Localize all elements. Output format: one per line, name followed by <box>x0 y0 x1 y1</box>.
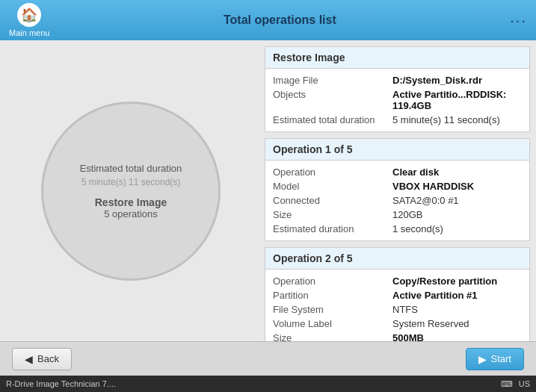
row-value: System Reserved <box>392 318 469 329</box>
row-label: Objects <box>273 89 392 111</box>
start-button[interactable]: ▶ Start <box>466 348 524 370</box>
table-row: Volume LabelSystem Reserved <box>273 317 522 331</box>
table-row: ObjectsActive Partitio...RDDISK: 119.4GB <box>273 87 522 113</box>
row-label: File System <box>273 304 392 315</box>
circle-operation-label: Restore Image <box>95 196 167 208</box>
table-row: ConnectedSATA2@0:0 #1 <box>273 193 522 208</box>
table-row: File SystemNTFS <box>273 302 522 317</box>
back-label: Back <box>37 353 59 364</box>
row-value: 120GB <box>392 209 422 220</box>
main-menu-label: Main menu <box>9 28 49 37</box>
taskbar-right: ⌨ US <box>501 379 530 389</box>
summary-circle: Estimated total duration 5 minute(s) 11 … <box>41 102 221 281</box>
left-panel: Estimated total duration 5 minute(s) 11 … <box>0 40 262 341</box>
main-menu-button[interactable]: 🏠 Main menu <box>9 3 49 37</box>
table-row: Size500MB <box>273 331 522 341</box>
taskbar-app-label: R-Drive Image Technician 7.... <box>6 379 116 388</box>
main-content: Estimated total duration 5 minute(s) 11 … <box>0 40 536 341</box>
operations-list[interactable]: Restore ImageImage FileD:/System_Disk.rd… <box>262 40 536 341</box>
row-label: Volume Label <box>273 318 392 329</box>
row-value: Copy/Restore partition <box>392 276 497 287</box>
card-header-operation-1: Operation 1 of 5 <box>265 139 529 161</box>
row-label: Size <box>273 332 392 341</box>
row-value: Active Partitio...RDDISK: 119.4GB <box>392 89 522 111</box>
row-value: 500MB <box>392 332 424 341</box>
table-row: Estimated total duration5 minute(s) 11 s… <box>273 113 522 127</box>
start-label: Start <box>491 353 511 364</box>
row-label: Estimated duration <box>273 223 392 234</box>
table-row: ModelVBOX HARDDISK <box>273 179 522 193</box>
start-icon: ▶ <box>478 353 487 365</box>
card-header-restore-image: Restore Image <box>265 47 529 69</box>
row-value: VBOX HARDDISK <box>392 181 474 192</box>
table-row: PartitionActive Partition #1 <box>273 288 522 302</box>
home-icon: 🏠 <box>17 3 41 27</box>
table-row: OperationClear disk <box>273 165 522 179</box>
row-value: NTFS <box>392 304 418 315</box>
table-row: Estimated duration1 second(s) <box>273 222 522 236</box>
row-label: Size <box>273 209 392 220</box>
row-label: Operation <box>273 276 392 287</box>
card-body-operation-2: OperationCopy/Restore partitionPartition… <box>265 270 529 341</box>
row-value: SATA2@0:0 #1 <box>392 195 459 206</box>
row-label: Model <box>273 181 392 192</box>
row-label: Connected <box>273 195 392 206</box>
table-row: Size120GB <box>273 208 522 222</box>
card-restore-image: Restore ImageImage FileD:/System_Disk.rd… <box>265 46 530 132</box>
row-label: Operation <box>273 167 392 178</box>
row-value: 5 minute(s) 11 second(s) <box>392 114 500 125</box>
back-icon: ◀ <box>25 353 33 365</box>
row-value: Active Partition #1 <box>392 290 477 301</box>
table-row: OperationCopy/Restore partition <box>273 274 522 288</box>
circle-operations-count: 5 operations <box>104 208 158 220</box>
table-row: Image FileD:/System_Disk.rdr <box>273 73 522 87</box>
card-body-operation-1: OperationClear diskModelVBOX HARDDISKCon… <box>265 161 529 240</box>
circle-duration-title: Estimated total duration <box>80 163 182 174</box>
row-value: Clear disk <box>392 167 439 178</box>
page-title: Total operations list <box>224 13 336 27</box>
card-operation-1: Operation 1 of 5OperationClear diskModel… <box>265 138 530 241</box>
keyboard-icon: ⌨ <box>501 379 513 389</box>
header: 🏠 Main menu Total operations list ··· <box>0 0 536 40</box>
card-header-operation-2: Operation 2 of 5 <box>265 248 529 270</box>
more-options-button[interactable]: ··· <box>510 12 527 29</box>
taskbar: R-Drive Image Technician 7.... ⌨ US <box>0 376 536 392</box>
row-label: Estimated total duration <box>273 114 392 125</box>
row-value: 1 second(s) <box>392 223 443 234</box>
row-label: Partition <box>273 290 392 301</box>
circle-duration-value: 5 minute(s) 11 second(s) <box>81 177 181 187</box>
card-operation-2: Operation 2 of 5OperationCopy/Restore pa… <box>265 247 530 341</box>
row-value: D:/System_Disk.rdr <box>392 75 482 86</box>
row-label: Image File <box>273 75 392 86</box>
back-button[interactable]: ◀ Back <box>12 348 72 370</box>
card-body-restore-image: Image FileD:/System_Disk.rdrObjectsActiv… <box>265 69 529 131</box>
footer: ◀ Back ▶ Start <box>0 341 536 376</box>
language-label: US <box>519 379 530 388</box>
